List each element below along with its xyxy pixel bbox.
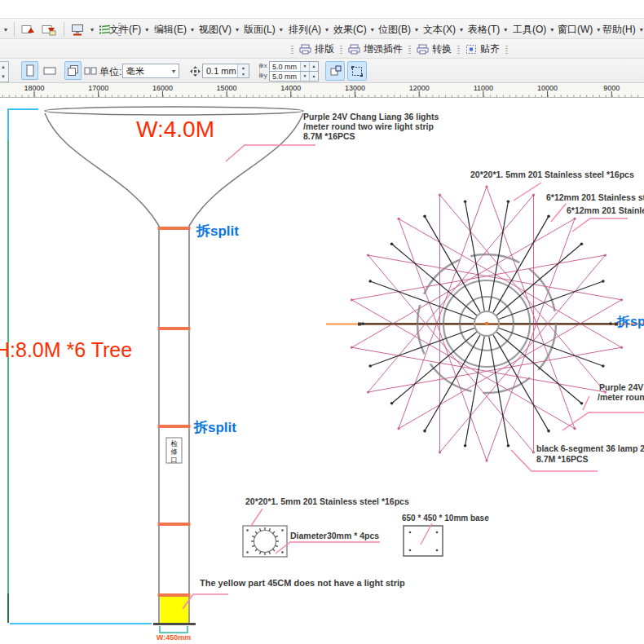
snap-button[interactable]: 贴齐 <box>462 41 503 58</box>
base-width-bracket[interactable] <box>160 626 187 633</box>
toolbar-grip[interactable] <box>457 46 460 55</box>
toolbar-scroll-spinner[interactable]: ▲▼ <box>0 61 9 82</box>
ruler-label: 10000 <box>537 84 558 92</box>
light-strip-note[interactable]: Purple 24V Chang Liang 36 lights /meter … <box>303 112 439 141</box>
spoke-tip-dot <box>368 364 372 368</box>
bolt-note[interactable]: Diameter30mm * 4pcs <box>290 531 379 540</box>
toolbar-grip[interactable] <box>340 46 342 55</box>
flange-detail[interactable] <box>243 526 287 557</box>
menu-file[interactable]: 文件(F)▾ <box>109 19 154 40</box>
application-window: ▾ ▾ 文件(F)▾ 编辑(E)▾ 视图(V)▾ 版面(L)▾ 排列(A)▾ <box>0 0 644 644</box>
portrait-page-button[interactable] <box>21 61 38 80</box>
black-note-line2[interactable]: 8.7M *16PCS <box>536 454 589 464</box>
spoke-tip-dot <box>547 430 550 433</box>
spinner-buttons[interactable]: ▼▲ <box>300 72 318 81</box>
units-dropdown[interactable]: 毫米 ▾ <box>122 64 179 78</box>
chevron-down-icon: ▾ <box>145 26 148 33</box>
yellow-section[interactable] <box>161 597 189 623</box>
rod-note-1[interactable]: 6*12mm 201 Stainless st <box>546 192 644 202</box>
convert-button[interactable]: 转换 <box>413 41 455 58</box>
yellow-note[interactable]: The yellow part 45CM does not have a lig… <box>200 578 405 588</box>
menu-help[interactable]: 帮助(H)▾ <box>602 19 644 40</box>
snap-to-objects-toggle[interactable] <box>325 61 345 81</box>
export-icon[interactable] <box>42 24 57 36</box>
web-tip-dot <box>485 185 487 187</box>
import-icon[interactable] <box>21 24 37 36</box>
base-width-label[interactable]: W:450mm <box>157 633 191 642</box>
menu-table[interactable]: 表格(T)▾ <box>468 19 513 40</box>
duplicate-y-field[interactable]: 5.0 mm ▼▲ <box>269 71 319 82</box>
menubar-icon-cluster: ▾ ▾ <box>2 19 125 40</box>
height-dimension-line[interactable] <box>8 109 152 624</box>
split-label-upper[interactable]: 拆split <box>196 223 239 239</box>
menu-help-label: 帮助(H) <box>602 23 636 37</box>
leader-line[interactable] <box>551 204 566 222</box>
base-note[interactable]: 650 * 450 * 10mm base <box>402 514 489 523</box>
menu-tools[interactable]: 工具(O)▾ <box>513 19 558 40</box>
imposition-button[interactable]: 排版 <box>296 41 337 58</box>
snap-grid-icon <box>465 44 477 55</box>
black-note-line1[interactable]: black 6-segment 36 lamp 2 <box>536 443 644 453</box>
snap-label: 贴齐 <box>480 42 500 56</box>
rod-note-2[interactable]: 6*12mm 201 Stainle <box>567 205 644 215</box>
chevron-down-icon: ▾ <box>460 26 463 33</box>
overflow-chevron-icon[interactable]: ▾ <box>4 26 7 33</box>
pages-row-icon <box>84 66 98 76</box>
width-label[interactable]: W:4.0M <box>136 117 214 142</box>
ruler-label: 14000 <box>280 84 301 92</box>
monitor-icon[interactable] <box>71 24 86 36</box>
pole-split-bands[interactable] <box>158 227 191 597</box>
convert-label: 转换 <box>432 42 452 56</box>
menu-layout-label: 版面(L) <box>244 23 276 37</box>
flange-note[interactable]: 20*20*1. 5mm 201 Stainless steel *16pcs <box>245 496 409 506</box>
purple-note-line2[interactable]: /meter roun <box>598 392 644 402</box>
menu-text[interactable]: 文本(X)▾ <box>423 19 468 40</box>
leader-line[interactable] <box>251 509 262 526</box>
duplicate-y-value: 5.0 mm <box>270 73 300 81</box>
facing-pages-button[interactable] <box>82 61 99 80</box>
menu-arrange[interactable]: 排列(A)▾ <box>289 19 333 40</box>
height-label[interactable]: H:8.0M *6 Tree <box>0 338 132 361</box>
menu-layout[interactable]: 版面(L)▾ <box>244 19 289 40</box>
menu-bitmaps[interactable]: 位图(B)▾ <box>378 19 423 40</box>
access-panel[interactable]: 检 修 口 <box>166 438 182 464</box>
leader-line[interactable] <box>572 218 628 232</box>
spoke-tip-dot <box>423 430 426 433</box>
all-pages-button[interactable] <box>64 61 82 80</box>
purple-note-line1[interactable]: Purple 24V <box>599 382 643 392</box>
treat-as-filled-toggle[interactable] <box>347 61 367 81</box>
split-label-lower[interactable]: 拆split <box>193 420 236 435</box>
enhanced-plugins-button[interactable]: 增强插件 <box>345 41 406 58</box>
corner-node-icon <box>329 65 342 77</box>
menu-effects[interactable]: 效果(C)▾ <box>333 19 378 40</box>
frame-note[interactable]: 20*20*1. 5mm 201 Stainless steel *16pcs <box>470 170 634 179</box>
monitor-chevron-icon[interactable]: ▾ <box>90 26 94 33</box>
toolbar-grip[interactable] <box>291 46 293 55</box>
leader-line[interactable] <box>583 396 589 410</box>
nudge-distance-field[interactable]: 0.1 mm ▲▼ <box>202 64 249 78</box>
spoke-tip-dot <box>464 444 467 448</box>
nudge-distance-value: 0.1 mm <box>203 66 237 76</box>
horizontal-ruler[interactable]: 1800017000160001500014000130001200011000… <box>0 83 644 98</box>
menu-view[interactable]: 视图(V)▾ <box>199 19 244 40</box>
web-tip-dot <box>367 254 369 256</box>
web-tip-dot <box>351 346 353 349</box>
toolbar-grip[interactable] <box>505 46 508 55</box>
leader-line[interactable] <box>514 183 541 201</box>
spoke-tip-dot <box>390 242 394 245</box>
spoke-line[interactable] <box>465 201 485 311</box>
spinner-buttons[interactable]: ▼▲ <box>300 62 318 71</box>
titlebar <box>0 0 644 18</box>
landscape-page-button[interactable] <box>41 61 58 80</box>
chevron-down-icon: ▾ <box>415 26 418 33</box>
split-label-topview[interactable]: 拆split <box>616 315 644 329</box>
spinner-buttons[interactable]: ▲▼ <box>237 64 249 77</box>
menu-window[interactable]: 窗口(W)▾ <box>558 19 602 40</box>
separator <box>14 22 15 37</box>
ruler-label: 17000 <box>88 84 108 92</box>
toolbar-grip[interactable] <box>408 46 411 55</box>
drawing-canvas[interactable]: W:450mm 检 修 口 W:4.0M H:8.0M *6 Tree 拆spl… <box>0 98 644 644</box>
plugin-buttons: 排版 增强插件 转换 贴齐 <box>289 39 510 59</box>
bolt-note-leader[interactable] <box>276 542 380 554</box>
menu-edit[interactable]: 编辑(E)▾ <box>154 19 199 40</box>
